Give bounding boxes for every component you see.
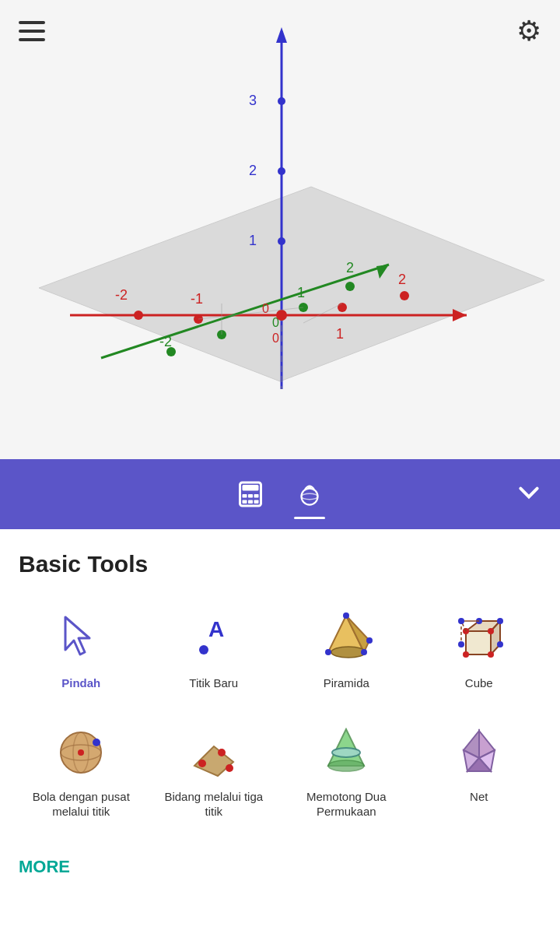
tool-bola[interactable]: Bola dengan pusat melalui titik: [19, 713, 144, 826]
tool-titik-baru[interactable]: A Titik Baru: [152, 599, 277, 697]
titik-baru-label: Titik Baru: [189, 676, 238, 691]
svg-point-53: [343, 612, 349, 619]
svg-point-49: [199, 645, 208, 654]
svg-point-63: [488, 651, 494, 658]
svg-rect-42: [248, 500, 253, 504]
net-icon: [448, 719, 510, 781]
svg-point-17: [134, 311, 143, 320]
svg-point-62: [463, 651, 469, 658]
svg-point-78: [198, 760, 206, 767]
svg-rect-41: [243, 500, 247, 504]
svg-text:A: A: [208, 617, 224, 641]
svg-text:2: 2: [398, 272, 406, 287]
svg-point-52: [331, 647, 366, 658]
svg-text:-2: -2: [115, 287, 128, 303]
tool-pindah[interactable]: Pindah: [19, 599, 144, 697]
calculator-button[interactable]: [229, 472, 272, 516]
svg-point-82: [332, 748, 360, 757]
svg-text:3: 3: [249, 93, 257, 108]
net-label: Net: [470, 789, 488, 805]
piramida-icon: [315, 605, 377, 668]
svg-point-76: [78, 749, 84, 756]
svg-text:1: 1: [297, 285, 305, 300]
svg-point-3: [278, 237, 285, 245]
geometry-button[interactable]: [288, 472, 331, 516]
section-title: Basic Tools: [19, 551, 541, 577]
svg-point-79: [218, 749, 226, 756]
toolbar: [0, 459, 560, 529]
svg-point-5: [278, 167, 285, 175]
svg-point-46: [308, 486, 312, 490]
svg-point-26: [345, 282, 355, 291]
svg-rect-40: [254, 494, 259, 498]
toolbar-icons: [229, 472, 331, 516]
cube-icon: [448, 605, 510, 668]
svg-point-61: [488, 628, 494, 634]
svg-point-83: [328, 760, 364, 771]
pindah-label: Pindah: [61, 676, 100, 691]
bola-label: Bola dengan pusat melalui titik: [22, 789, 141, 819]
basic-tools-section: Basic Tools Pindah A Titik Baru: [0, 529, 560, 899]
svg-point-54: [325, 649, 331, 655]
graph-canvas: 1 2 3 1 2 -1 -2 -2 1 2 0 0 0: [0, 0, 560, 459]
svg-rect-37: [243, 485, 259, 491]
bidang-icon: [183, 719, 245, 781]
svg-text:1: 1: [336, 326, 344, 342]
svg-text:0: 0: [262, 302, 269, 315]
svg-text:2: 2: [346, 260, 354, 275]
svg-point-13: [400, 291, 409, 300]
svg-text:-1: -1: [191, 291, 203, 307]
svg-point-80: [226, 764, 233, 772]
memotong-label: Memotong Dua Permukaan: [287, 789, 406, 819]
pindah-icon: [50, 605, 112, 668]
svg-point-55: [361, 649, 367, 655]
svg-text:-2: -2: [159, 334, 172, 349]
svg-marker-47: [65, 617, 89, 654]
svg-marker-0: [39, 187, 544, 381]
tool-piramida[interactable]: Piramida: [284, 599, 409, 697]
svg-point-65: [497, 618, 503, 624]
menu-button[interactable]: [19, 21, 45, 41]
more-button[interactable]: MORE: [19, 851, 541, 883]
svg-point-7: [278, 97, 285, 105]
bidang-label: Bidang melalui tiga titik: [155, 789, 274, 819]
svg-point-56: [366, 637, 373, 644]
svg-marker-57: [466, 631, 491, 654]
settings-button[interactable]: ⚙: [516, 15, 541, 47]
bola-icon: [50, 719, 112, 781]
svg-rect-38: [243, 494, 247, 498]
svg-rect-39: [248, 494, 253, 498]
tool-memotong[interactable]: Memotong Dua Permukaan: [284, 713, 409, 826]
svg-point-75: [93, 739, 100, 746]
expand-button[interactable]: [516, 480, 541, 508]
svg-point-66: [497, 641, 503, 647]
svg-point-45: [302, 493, 318, 500]
tools-grid: Pindah A Titik Baru: [19, 599, 541, 826]
cube-label: Cube: [465, 676, 493, 691]
svg-point-11: [338, 303, 347, 312]
graph-area[interactable]: 1 2 3 1 2 -1 -2 -2 1 2 0 0 0: [0, 0, 560, 459]
svg-point-71: [458, 641, 464, 647]
svg-point-70: [458, 618, 464, 624]
tool-cube[interactable]: Cube: [417, 599, 542, 697]
header: ⚙: [0, 0, 560, 62]
memotong-icon: [315, 719, 377, 781]
tool-bidang[interactable]: Bidang melalui tiga titik: [152, 713, 277, 826]
svg-text:2: 2: [249, 163, 257, 178]
svg-text:1: 1: [249, 233, 257, 248]
piramida-label: Piramida: [324, 676, 369, 691]
tool-net[interactable]: Net: [417, 713, 542, 826]
titik-baru-icon: A: [183, 605, 245, 668]
svg-point-32: [276, 310, 287, 321]
svg-text:0: 0: [272, 332, 279, 345]
svg-point-44: [302, 489, 318, 505]
svg-rect-43: [254, 500, 259, 504]
